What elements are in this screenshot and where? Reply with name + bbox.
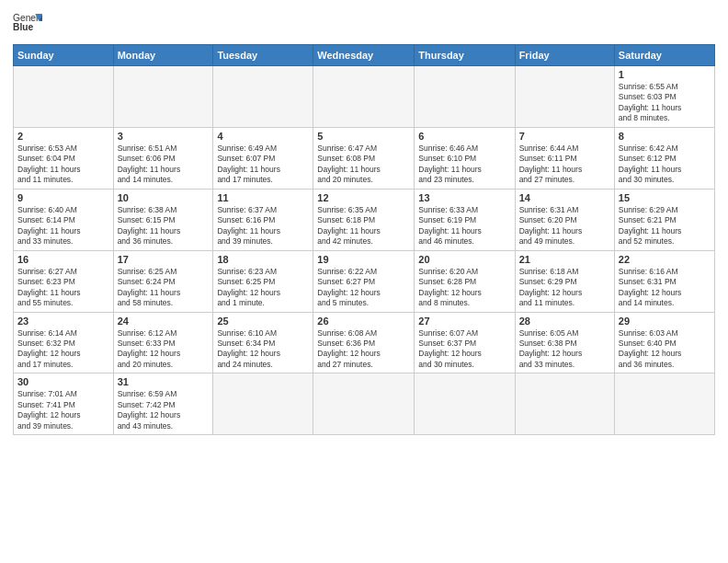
calendar-cell: 5Sunrise: 6:47 AM Sunset: 6:08 PM Daylig… <box>313 127 415 189</box>
day-number: 14 <box>519 192 610 203</box>
calendar-cell: 28Sunrise: 6:05 AM Sunset: 6:38 PM Dayli… <box>515 312 614 373</box>
day-info: Sunrise: 6:25 AM Sunset: 6:24 PM Dayligh… <box>118 267 210 309</box>
day-number: 12 <box>317 192 410 203</box>
day-number: 4 <box>217 131 309 142</box>
calendar-cell <box>213 373 313 435</box>
header-sunday: Sunday <box>14 45 114 66</box>
day-number: 9 <box>17 192 109 203</box>
day-info: Sunrise: 6:22 AM Sunset: 6:27 PM Dayligh… <box>317 267 410 309</box>
logo: General Blue <box>13 9 42 39</box>
day-number: 1 <box>619 69 711 80</box>
calendar-cell: 10Sunrise: 6:38 AM Sunset: 6:15 PM Dayli… <box>113 189 213 250</box>
calendar-cell: 22Sunrise: 6:16 AM Sunset: 6:31 PM Dayli… <box>614 250 714 312</box>
day-info: Sunrise: 6:29 AM Sunset: 6:21 PM Dayligh… <box>619 205 711 247</box>
day-info: Sunrise: 6:44 AM Sunset: 6:11 PM Dayligh… <box>519 144 610 186</box>
calendar-cell: 6Sunrise: 6:46 AM Sunset: 6:10 PM Daylig… <box>415 127 515 189</box>
day-info: Sunrise: 6:12 AM Sunset: 6:33 PM Dayligh… <box>118 328 210 371</box>
calendar-cell: 11Sunrise: 6:37 AM Sunset: 6:16 PM Dayli… <box>213 189 313 250</box>
day-number: 2 <box>17 131 109 142</box>
day-info: Sunrise: 6:14 AM Sunset: 6:32 PM Dayligh… <box>17 328 109 371</box>
day-number: 31 <box>118 376 210 387</box>
day-info: Sunrise: 6:49 AM Sunset: 6:07 PM Dayligh… <box>217 144 309 186</box>
day-number: 6 <box>418 131 510 142</box>
day-info: Sunrise: 6:59 AM Sunset: 7:42 PM Dayligh… <box>118 389 210 431</box>
calendar-cell: 9Sunrise: 6:40 AM Sunset: 6:14 PM Daylig… <box>14 189 114 250</box>
day-number: 21 <box>519 254 610 265</box>
svg-text:Blue: Blue <box>13 22 33 32</box>
day-number: 8 <box>619 131 711 142</box>
calendar-cell: 29Sunrise: 6:03 AM Sunset: 6:40 PM Dayli… <box>614 312 714 373</box>
calendar-cell: 21Sunrise: 6:18 AM Sunset: 6:29 PM Dayli… <box>515 250 614 312</box>
day-number: 23 <box>17 316 109 327</box>
calendar-cell: 20Sunrise: 6:20 AM Sunset: 6:28 PM Dayli… <box>415 250 515 312</box>
calendar-cell: 23Sunrise: 6:14 AM Sunset: 6:32 PM Dayli… <box>14 312 114 373</box>
day-info: Sunrise: 6:31 AM Sunset: 6:20 PM Dayligh… <box>519 205 610 247</box>
calendar-cell: 31Sunrise: 6:59 AM Sunset: 7:42 PM Dayli… <box>113 373 213 435</box>
day-number: 30 <box>17 376 109 387</box>
calendar-cell: 26Sunrise: 6:08 AM Sunset: 6:36 PM Dayli… <box>313 312 415 373</box>
calendar-cell: 24Sunrise: 6:12 AM Sunset: 6:33 PM Dayli… <box>113 312 213 373</box>
day-info: Sunrise: 6:38 AM Sunset: 6:15 PM Dayligh… <box>118 205 210 247</box>
day-number: 19 <box>317 254 410 265</box>
header-wednesday: Wednesday <box>313 45 415 66</box>
day-info: Sunrise: 6:53 AM Sunset: 6:04 PM Dayligh… <box>17 144 109 186</box>
calendar-cell <box>113 66 213 128</box>
calendar-cell: 4Sunrise: 6:49 AM Sunset: 6:07 PM Daylig… <box>213 127 313 189</box>
day-number: 28 <box>519 316 610 327</box>
day-info: Sunrise: 6:51 AM Sunset: 6:06 PM Dayligh… <box>118 144 210 186</box>
calendar-cell: 7Sunrise: 6:44 AM Sunset: 6:11 PM Daylig… <box>515 127 614 189</box>
calendar-cell: 18Sunrise: 6:23 AM Sunset: 6:25 PM Dayli… <box>213 250 313 312</box>
day-number: 7 <box>519 131 610 142</box>
day-number: 10 <box>118 192 210 203</box>
day-number: 18 <box>217 254 309 265</box>
calendar-table: Sunday Monday Tuesday Wednesday Thursday… <box>13 44 715 435</box>
day-number: 26 <box>317 316 410 327</box>
calendar-cell: 30Sunrise: 7:01 AM Sunset: 7:41 PM Dayli… <box>14 373 114 435</box>
calendar-cell: 25Sunrise: 6:10 AM Sunset: 6:34 PM Dayli… <box>213 312 313 373</box>
calendar-cell <box>213 66 313 128</box>
day-info: Sunrise: 6:07 AM Sunset: 6:37 PM Dayligh… <box>418 328 510 371</box>
header-monday: Monday <box>113 45 213 66</box>
day-number: 3 <box>118 131 210 142</box>
calendar-cell: 8Sunrise: 6:42 AM Sunset: 6:12 PM Daylig… <box>614 127 714 189</box>
day-info: Sunrise: 6:40 AM Sunset: 6:14 PM Dayligh… <box>17 205 109 247</box>
header-friday: Friday <box>515 45 614 66</box>
day-info: Sunrise: 6:27 AM Sunset: 6:23 PM Dayligh… <box>17 267 109 309</box>
calendar-cell: 15Sunrise: 6:29 AM Sunset: 6:21 PM Dayli… <box>614 189 714 250</box>
header: General Blue <box>13 9 715 39</box>
day-info: Sunrise: 6:03 AM Sunset: 6:40 PM Dayligh… <box>619 328 711 371</box>
day-info: Sunrise: 6:37 AM Sunset: 6:16 PM Dayligh… <box>217 205 309 247</box>
day-info: Sunrise: 6:18 AM Sunset: 6:29 PM Dayligh… <box>519 267 610 309</box>
calendar-cell: 12Sunrise: 6:35 AM Sunset: 6:18 PM Dayli… <box>313 189 415 250</box>
header-tuesday: Tuesday <box>213 45 313 66</box>
day-info: Sunrise: 6:16 AM Sunset: 6:31 PM Dayligh… <box>619 267 711 309</box>
day-info: Sunrise: 6:35 AM Sunset: 6:18 PM Dayligh… <box>317 205 410 247</box>
generalblue-logo-icon: General Blue <box>13 9 42 39</box>
day-info: Sunrise: 6:20 AM Sunset: 6:28 PM Dayligh… <box>418 267 510 309</box>
calendar-cell: 14Sunrise: 6:31 AM Sunset: 6:20 PM Dayli… <box>515 189 614 250</box>
calendar-cell: 16Sunrise: 6:27 AM Sunset: 6:23 PM Dayli… <box>14 250 114 312</box>
calendar-cell <box>415 373 515 435</box>
calendar-cell <box>14 66 114 128</box>
calendar-cell <box>313 66 415 128</box>
day-info: Sunrise: 6:33 AM Sunset: 6:19 PM Dayligh… <box>418 205 510 247</box>
day-info: Sunrise: 6:08 AM Sunset: 6:36 PM Dayligh… <box>317 328 410 371</box>
calendar-cell <box>515 66 614 128</box>
day-info: Sunrise: 6:42 AM Sunset: 6:12 PM Dayligh… <box>619 144 711 186</box>
day-number: 5 <box>317 131 410 142</box>
calendar-cell <box>515 373 614 435</box>
day-info: Sunrise: 6:05 AM Sunset: 6:38 PM Dayligh… <box>519 328 610 371</box>
calendar-cell <box>313 373 415 435</box>
day-number: 27 <box>418 316 510 327</box>
day-number: 22 <box>619 254 711 265</box>
calendar-cell: 17Sunrise: 6:25 AM Sunset: 6:24 PM Dayli… <box>113 250 213 312</box>
day-number: 15 <box>619 192 711 203</box>
day-number: 20 <box>418 254 510 265</box>
calendar-cell: 2Sunrise: 6:53 AM Sunset: 6:04 PM Daylig… <box>14 127 114 189</box>
calendar-cell: 3Sunrise: 6:51 AM Sunset: 6:06 PM Daylig… <box>113 127 213 189</box>
weekday-header-row: Sunday Monday Tuesday Wednesday Thursday… <box>14 45 715 66</box>
page: General Blue Sunday Monday Tuesday Wedne… <box>0 0 728 563</box>
calendar-cell <box>415 66 515 128</box>
day-info: Sunrise: 6:55 AM Sunset: 6:03 PM Dayligh… <box>619 82 711 124</box>
header-saturday: Saturday <box>614 45 714 66</box>
